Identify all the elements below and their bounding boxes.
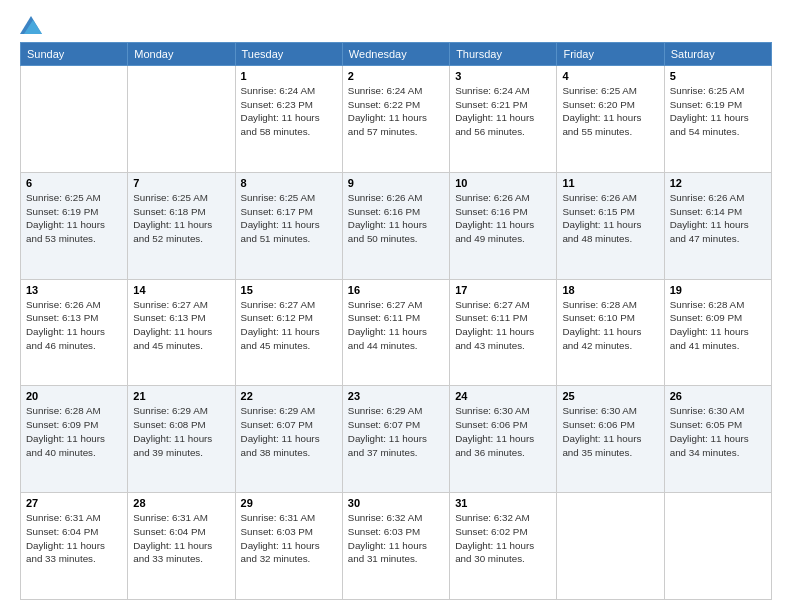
- calendar-cell: 4Sunrise: 6:25 AMSunset: 6:20 PMDaylight…: [557, 66, 664, 173]
- day-number: 20: [26, 390, 122, 402]
- calendar-cell: 15Sunrise: 6:27 AMSunset: 6:12 PMDayligh…: [235, 279, 342, 386]
- calendar-cell: 26Sunrise: 6:30 AMSunset: 6:05 PMDayligh…: [664, 386, 771, 493]
- day-number: 12: [670, 177, 766, 189]
- day-info: Sunrise: 6:31 AMSunset: 6:04 PMDaylight:…: [133, 511, 229, 566]
- day-number: 11: [562, 177, 658, 189]
- calendar-cell: 1Sunrise: 6:24 AMSunset: 6:23 PMDaylight…: [235, 66, 342, 173]
- day-info: Sunrise: 6:27 AMSunset: 6:11 PMDaylight:…: [455, 298, 551, 353]
- day-info: Sunrise: 6:24 AMSunset: 6:22 PMDaylight:…: [348, 84, 444, 139]
- day-number: 14: [133, 284, 229, 296]
- calendar-cell: 21Sunrise: 6:29 AMSunset: 6:08 PMDayligh…: [128, 386, 235, 493]
- day-number: 9: [348, 177, 444, 189]
- day-number: 13: [26, 284, 122, 296]
- calendar-cell: 23Sunrise: 6:29 AMSunset: 6:07 PMDayligh…: [342, 386, 449, 493]
- day-number: 6: [26, 177, 122, 189]
- week-row-1: 1Sunrise: 6:24 AMSunset: 6:23 PMDaylight…: [21, 66, 772, 173]
- header-thursday: Thursday: [450, 43, 557, 66]
- day-number: 5: [670, 70, 766, 82]
- header-tuesday: Tuesday: [235, 43, 342, 66]
- day-info: Sunrise: 6:26 AMSunset: 6:13 PMDaylight:…: [26, 298, 122, 353]
- day-info: Sunrise: 6:26 AMSunset: 6:16 PMDaylight:…: [455, 191, 551, 246]
- calendar-cell: 28Sunrise: 6:31 AMSunset: 6:04 PMDayligh…: [128, 493, 235, 600]
- day-number: 16: [348, 284, 444, 296]
- calendar-cell: 12Sunrise: 6:26 AMSunset: 6:14 PMDayligh…: [664, 172, 771, 279]
- day-number: 30: [348, 497, 444, 509]
- calendar-cell: [128, 66, 235, 173]
- calendar-table: SundayMondayTuesdayWednesdayThursdayFrid…: [20, 42, 772, 600]
- day-number: 19: [670, 284, 766, 296]
- day-info: Sunrise: 6:32 AMSunset: 6:02 PMDaylight:…: [455, 511, 551, 566]
- day-info: Sunrise: 6:24 AMSunset: 6:21 PMDaylight:…: [455, 84, 551, 139]
- calendar-cell: 19Sunrise: 6:28 AMSunset: 6:09 PMDayligh…: [664, 279, 771, 386]
- calendar-cell: 29Sunrise: 6:31 AMSunset: 6:03 PMDayligh…: [235, 493, 342, 600]
- day-number: 28: [133, 497, 229, 509]
- day-number: 23: [348, 390, 444, 402]
- calendar-cell: 22Sunrise: 6:29 AMSunset: 6:07 PMDayligh…: [235, 386, 342, 493]
- day-number: 24: [455, 390, 551, 402]
- day-info: Sunrise: 6:24 AMSunset: 6:23 PMDaylight:…: [241, 84, 337, 139]
- day-info: Sunrise: 6:29 AMSunset: 6:08 PMDaylight:…: [133, 404, 229, 459]
- page: SundayMondayTuesdayWednesdayThursdayFrid…: [0, 0, 792, 612]
- calendar-cell: 2Sunrise: 6:24 AMSunset: 6:22 PMDaylight…: [342, 66, 449, 173]
- calendar-cell: 7Sunrise: 6:25 AMSunset: 6:18 PMDaylight…: [128, 172, 235, 279]
- day-info: Sunrise: 6:27 AMSunset: 6:12 PMDaylight:…: [241, 298, 337, 353]
- day-info: Sunrise: 6:28 AMSunset: 6:10 PMDaylight:…: [562, 298, 658, 353]
- day-info: Sunrise: 6:26 AMSunset: 6:16 PMDaylight:…: [348, 191, 444, 246]
- day-number: 2: [348, 70, 444, 82]
- calendar-cell: 5Sunrise: 6:25 AMSunset: 6:19 PMDaylight…: [664, 66, 771, 173]
- header-saturday: Saturday: [664, 43, 771, 66]
- calendar-cell: 13Sunrise: 6:26 AMSunset: 6:13 PMDayligh…: [21, 279, 128, 386]
- week-row-5: 27Sunrise: 6:31 AMSunset: 6:04 PMDayligh…: [21, 493, 772, 600]
- day-info: Sunrise: 6:32 AMSunset: 6:03 PMDaylight:…: [348, 511, 444, 566]
- day-info: Sunrise: 6:25 AMSunset: 6:17 PMDaylight:…: [241, 191, 337, 246]
- day-number: 17: [455, 284, 551, 296]
- calendar-cell: 17Sunrise: 6:27 AMSunset: 6:11 PMDayligh…: [450, 279, 557, 386]
- day-info: Sunrise: 6:27 AMSunset: 6:11 PMDaylight:…: [348, 298, 444, 353]
- day-number: 3: [455, 70, 551, 82]
- week-row-3: 13Sunrise: 6:26 AMSunset: 6:13 PMDayligh…: [21, 279, 772, 386]
- day-number: 1: [241, 70, 337, 82]
- calendar-cell: 30Sunrise: 6:32 AMSunset: 6:03 PMDayligh…: [342, 493, 449, 600]
- day-info: Sunrise: 6:27 AMSunset: 6:13 PMDaylight:…: [133, 298, 229, 353]
- calendar-cell: 16Sunrise: 6:27 AMSunset: 6:11 PMDayligh…: [342, 279, 449, 386]
- day-info: Sunrise: 6:25 AMSunset: 6:20 PMDaylight:…: [562, 84, 658, 139]
- day-info: Sunrise: 6:25 AMSunset: 6:19 PMDaylight:…: [670, 84, 766, 139]
- calendar-cell: 8Sunrise: 6:25 AMSunset: 6:17 PMDaylight…: [235, 172, 342, 279]
- day-number: 31: [455, 497, 551, 509]
- day-info: Sunrise: 6:31 AMSunset: 6:03 PMDaylight:…: [241, 511, 337, 566]
- calendar-cell: 11Sunrise: 6:26 AMSunset: 6:15 PMDayligh…: [557, 172, 664, 279]
- day-info: Sunrise: 6:29 AMSunset: 6:07 PMDaylight:…: [241, 404, 337, 459]
- day-number: 26: [670, 390, 766, 402]
- calendar-cell: 3Sunrise: 6:24 AMSunset: 6:21 PMDaylight…: [450, 66, 557, 173]
- day-info: Sunrise: 6:29 AMSunset: 6:07 PMDaylight:…: [348, 404, 444, 459]
- day-number: 4: [562, 70, 658, 82]
- calendar-cell: [557, 493, 664, 600]
- day-info: Sunrise: 6:28 AMSunset: 6:09 PMDaylight:…: [670, 298, 766, 353]
- calendar-cell: 9Sunrise: 6:26 AMSunset: 6:16 PMDaylight…: [342, 172, 449, 279]
- week-row-4: 20Sunrise: 6:28 AMSunset: 6:09 PMDayligh…: [21, 386, 772, 493]
- day-info: Sunrise: 6:31 AMSunset: 6:04 PMDaylight:…: [26, 511, 122, 566]
- calendar-cell: [664, 493, 771, 600]
- day-info: Sunrise: 6:26 AMSunset: 6:15 PMDaylight:…: [562, 191, 658, 246]
- header-wednesday: Wednesday: [342, 43, 449, 66]
- day-info: Sunrise: 6:25 AMSunset: 6:18 PMDaylight:…: [133, 191, 229, 246]
- logo: [20, 16, 42, 32]
- calendar-cell: 6Sunrise: 6:25 AMSunset: 6:19 PMDaylight…: [21, 172, 128, 279]
- day-number: 27: [26, 497, 122, 509]
- calendar-cell: [21, 66, 128, 173]
- header: [20, 16, 772, 32]
- calendar-cell: 25Sunrise: 6:30 AMSunset: 6:06 PMDayligh…: [557, 386, 664, 493]
- header-sunday: Sunday: [21, 43, 128, 66]
- calendar-cell: 14Sunrise: 6:27 AMSunset: 6:13 PMDayligh…: [128, 279, 235, 386]
- day-info: Sunrise: 6:30 AMSunset: 6:06 PMDaylight:…: [455, 404, 551, 459]
- day-number: 15: [241, 284, 337, 296]
- day-number: 18: [562, 284, 658, 296]
- calendar-cell: 18Sunrise: 6:28 AMSunset: 6:10 PMDayligh…: [557, 279, 664, 386]
- day-info: Sunrise: 6:25 AMSunset: 6:19 PMDaylight:…: [26, 191, 122, 246]
- logo-icon: [20, 16, 42, 34]
- calendar-cell: 10Sunrise: 6:26 AMSunset: 6:16 PMDayligh…: [450, 172, 557, 279]
- day-info: Sunrise: 6:30 AMSunset: 6:06 PMDaylight:…: [562, 404, 658, 459]
- calendar-cell: 31Sunrise: 6:32 AMSunset: 6:02 PMDayligh…: [450, 493, 557, 600]
- day-number: 29: [241, 497, 337, 509]
- day-info: Sunrise: 6:28 AMSunset: 6:09 PMDaylight:…: [26, 404, 122, 459]
